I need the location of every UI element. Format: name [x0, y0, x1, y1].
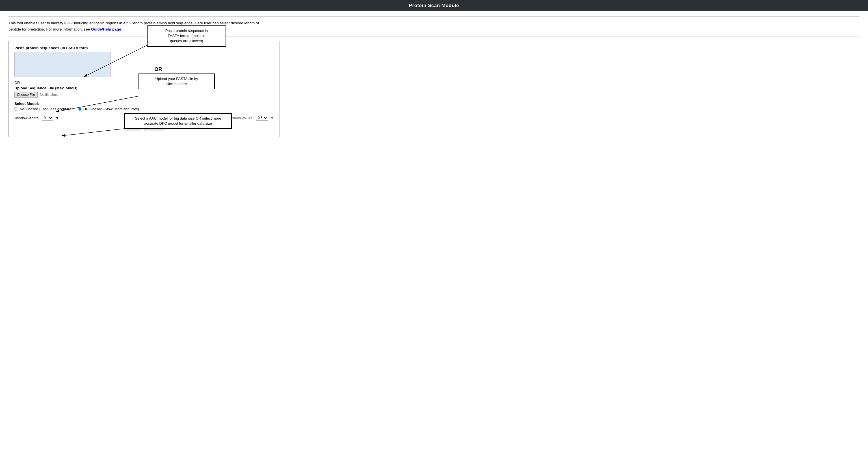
help-link[interactable]: Guide/Help page	[91, 27, 121, 31]
dpc-radio-option: DPC-based (Slow, More accurate)	[78, 107, 139, 111]
aac-radio-option: AAC-based (Fast, less accurate)	[14, 107, 73, 111]
mid-divider	[8, 36, 860, 36]
callout-paste-fasta: Paste protein sequence in FASTA format (…	[147, 25, 226, 47]
threshold-group: Threshold values: 0.10.20.30.4 0.50.60.7…	[225, 115, 274, 121]
dpc-label: DPC-based (Slow, More accurate)	[83, 107, 139, 111]
window-length-group: Window length: 9101112 13141516 17181920…	[14, 115, 59, 121]
aac-radio[interactable]	[14, 107, 18, 111]
window-length-arrow: ▼	[55, 116, 59, 120]
file-upload-row: Choose File No file chosen	[14, 92, 274, 97]
window-length-label: Window length:	[14, 116, 39, 120]
sequence-textarea[interactable]	[14, 52, 111, 77]
model-label: Select Model:	[14, 101, 274, 106]
sequence-label: Paste protein sequences (in FASTA form	[14, 46, 274, 50]
window-length-select[interactable]: 9101112 13141516 17181920	[42, 115, 53, 121]
model-section: Select Model: AAC-based (Fast, less accu…	[14, 101, 274, 111]
threshold-select[interactable]: 0.10.20.30.4 0.50.60.70.80.9	[256, 115, 268, 121]
page-title: Protein Scan Module	[0, 0, 868, 11]
callout-upload-fasta: Upload your FASTA file by clicking here	[138, 73, 215, 89]
dpc-radio[interactable]	[78, 107, 82, 111]
callout-model-select: Select a AAC model for big data size OR …	[124, 113, 232, 129]
no-file-label: No file chosen	[40, 93, 61, 97]
radio-row: AAC-based (Fast, less accurate) DPC-base…	[14, 107, 274, 111]
threshold-arrow: ▼	[270, 116, 274, 120]
aac-label: AAC-based (Fast, less accurate)	[20, 107, 73, 111]
choose-file-button[interactable]: Choose File	[14, 92, 38, 97]
